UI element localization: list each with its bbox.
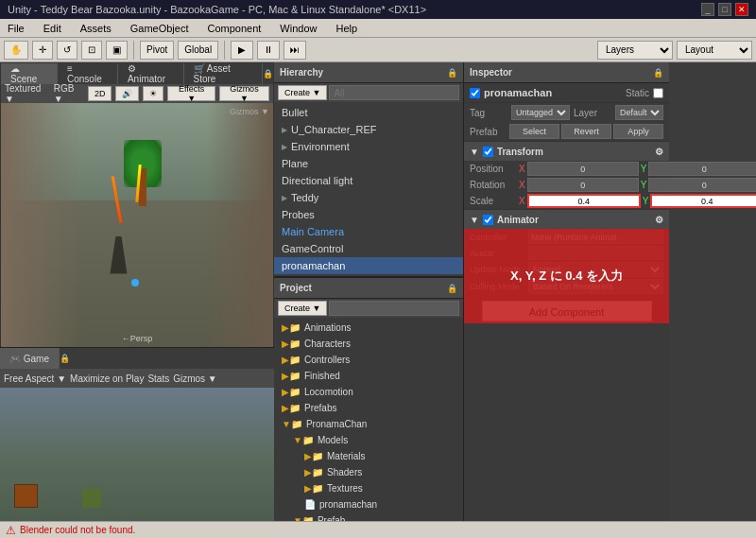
- hierarchy-search[interactable]: [329, 85, 459, 100]
- update-mode-dropdown[interactable]: Normal: [528, 262, 663, 277]
- move-tool[interactable]: ✛: [32, 41, 53, 60]
- tab-asset-store[interactable]: 🛒 Asset Store: [184, 63, 263, 84]
- proj-item-label: Prefabs: [304, 403, 336, 413]
- tab-animator[interactable]: ⚙ Animator: [118, 63, 184, 84]
- menu-edit[interactable]: Edit: [40, 21, 65, 36]
- tab-console[interactable]: ≡ Console: [58, 63, 118, 84]
- static-checkbox[interactable]: [653, 88, 663, 98]
- transform-section-header[interactable]: ▼ Transform ⚙: [464, 142, 669, 161]
- pivot-button[interactable]: Pivot: [140, 41, 174, 60]
- menu-file[interactable]: File: [4, 21, 28, 36]
- animator-section-header[interactable]: ▼ Animator ⚙: [464, 210, 669, 229]
- proj-item-controllers[interactable]: ▶📁 Controllers: [274, 352, 463, 368]
- rotate-tool[interactable]: ↺: [57, 41, 77, 60]
- scene-viewport[interactable]: Gizmos ▼ ←Persp: [1, 103, 273, 347]
- hierarchy-create-btn[interactable]: Create ▼: [278, 85, 327, 100]
- hier-item-dirlight[interactable]: Directional light: [274, 172, 463, 189]
- avatar-input[interactable]: [528, 246, 663, 260]
- proj-item-models[interactable]: ▼📁 Models: [274, 432, 463, 448]
- hier-item-environment[interactable]: ▶ Environment: [274, 138, 463, 155]
- scale-y-input[interactable]: [650, 194, 756, 208]
- proj-item-pronamachan-folder[interactable]: ▼📁 PronamaChan: [274, 416, 463, 432]
- close-button[interactable]: ✕: [735, 3, 748, 16]
- proj-item-prefabs[interactable]: ▶📁 Prefabs: [274, 400, 463, 416]
- tab-game[interactable]: 🎮 Game: [0, 348, 60, 369]
- hier-item-plane[interactable]: Plane: [274, 155, 463, 172]
- scene-audio-button[interactable]: 🔊: [115, 86, 139, 101]
- inspector-lock[interactable]: 🔒: [653, 68, 663, 78]
- menu-window[interactable]: Window: [276, 21, 320, 36]
- play-button[interactable]: ▶: [231, 41, 253, 60]
- proj-item-materials[interactable]: ▶📁 Materials: [274, 448, 463, 464]
- layers-dropdown[interactable]: Layers: [597, 41, 673, 60]
- hier-item-gamecontrol[interactable]: GameControl: [274, 240, 463, 257]
- hierarchy-lock[interactable]: 🔒: [447, 68, 457, 78]
- scene-2d-button[interactable]: 2D: [88, 86, 112, 101]
- project-search[interactable]: [329, 301, 459, 316]
- scale-tool[interactable]: ⊡: [81, 41, 102, 60]
- hier-item-pronamachan[interactable]: pronamachan: [274, 257, 463, 274]
- scene-effects-button[interactable]: Effects ▼: [167, 86, 215, 101]
- hier-item-ucharacter[interactable]: ▶ U_Character_REF: [274, 121, 463, 138]
- rotation-y-input[interactable]: [648, 178, 756, 192]
- culling-mode-dropdown[interactable]: Based On Renderers: [528, 279, 663, 294]
- prefab-select-btn[interactable]: Select: [509, 124, 559, 139]
- transform-settings-icon[interactable]: ⚙: [655, 147, 663, 157]
- menu-assets[interactable]: Assets: [77, 21, 115, 36]
- animator-settings-icon[interactable]: ⚙: [655, 215, 663, 225]
- game-gizmos-btn[interactable]: Gizmos ▼: [173, 373, 217, 384]
- add-component-button[interactable]: Add Component: [482, 301, 652, 321]
- hier-item-maincamera[interactable]: Main Camera: [274, 223, 463, 240]
- pause-button[interactable]: ⏸: [257, 41, 280, 60]
- transform-enable-checkbox[interactable]: [483, 147, 493, 157]
- hier-item-teddy[interactable]: ▶ Teddy: [274, 189, 463, 206]
- layer-dropdown[interactable]: Default: [615, 105, 663, 120]
- rotation-x-input[interactable]: [527, 178, 639, 192]
- menu-component[interactable]: Component: [203, 21, 265, 36]
- tab-scene[interactable]: ☁ Scene: [1, 63, 58, 84]
- project-create-btn[interactable]: Create ▼: [278, 301, 327, 316]
- aspect-dropdown[interactable]: Free Aspect ▼: [4, 373, 66, 384]
- controller-input[interactable]: [528, 230, 663, 244]
- prefab-revert-btn[interactable]: Revert: [561, 124, 611, 139]
- position-x-input[interactable]: [527, 162, 639, 176]
- hier-item-label: GameControl: [282, 243, 343, 254]
- project-lock[interactable]: 🔒: [447, 284, 457, 293]
- global-button[interactable]: Global: [178, 41, 218, 60]
- minimize-button[interactable]: _: [701, 3, 714, 16]
- game-viewport[interactable]: [0, 388, 274, 538]
- scene-gizmos-button[interactable]: Gizmos ▼: [219, 86, 269, 101]
- object-active-checkbox[interactable]: [470, 88, 480, 98]
- menu-gameobject[interactable]: GameObject: [127, 21, 193, 36]
- proj-item-finished[interactable]: ▶📁 Finished: [274, 368, 463, 384]
- proj-item-characters[interactable]: ▶📁 Characters: [274, 336, 463, 352]
- hand-tool[interactable]: ✋: [4, 41, 28, 60]
- rect-tool[interactable]: ▣: [106, 41, 128, 60]
- game-panel-lock[interactable]: 🔒: [60, 354, 70, 363]
- menu-help[interactable]: Help: [332, 21, 361, 36]
- maximize-play-btn[interactable]: Maximize on Play: [70, 373, 144, 384]
- proj-item-textures[interactable]: ▶📁 Textures: [274, 480, 463, 496]
- scene-panel-lock[interactable]: 🔒: [263, 69, 273, 78]
- hier-item-bullet[interactable]: Bullet: [274, 104, 463, 121]
- hier-item-label: U_Character_REF: [291, 124, 376, 135]
- layout-dropdown[interactable]: Layout: [677, 41, 752, 60]
- hier-item-label: Probes: [282, 209, 315, 220]
- proj-item-pronamachan-model[interactable]: 📄 pronamachan: [274, 496, 463, 512]
- animator-section: ▼ Animator ⚙ X, Y, Z に 0.4 を入力 Controlle…: [464, 209, 669, 295]
- scene-lighting-button[interactable]: ☀: [143, 86, 163, 101]
- stats-btn[interactable]: Stats: [147, 373, 169, 384]
- maximize-button[interactable]: □: [718, 3, 731, 16]
- folder-icon: ▶📁: [282, 371, 301, 381]
- step-button[interactable]: ⏭: [284, 41, 306, 60]
- proj-item-animations[interactable]: ▶📁 Animations: [274, 320, 463, 336]
- position-y-input[interactable]: [648, 162, 756, 176]
- title-bar: Unity - Teddy Bear Bazooka.unity - Bazoo…: [0, 0, 756, 19]
- prefab-apply-btn[interactable]: Apply: [613, 124, 663, 139]
- scale-x-input[interactable]: [527, 194, 641, 208]
- tag-dropdown[interactable]: Untagged: [511, 105, 570, 120]
- proj-item-locomotion[interactable]: ▶📁 Locomotion: [274, 384, 463, 400]
- animator-enable-checkbox[interactable]: [483, 215, 493, 225]
- proj-item-shaders[interactable]: ▶📁 Shaders: [274, 464, 463, 480]
- hier-item-probes[interactable]: Probes: [274, 206, 463, 223]
